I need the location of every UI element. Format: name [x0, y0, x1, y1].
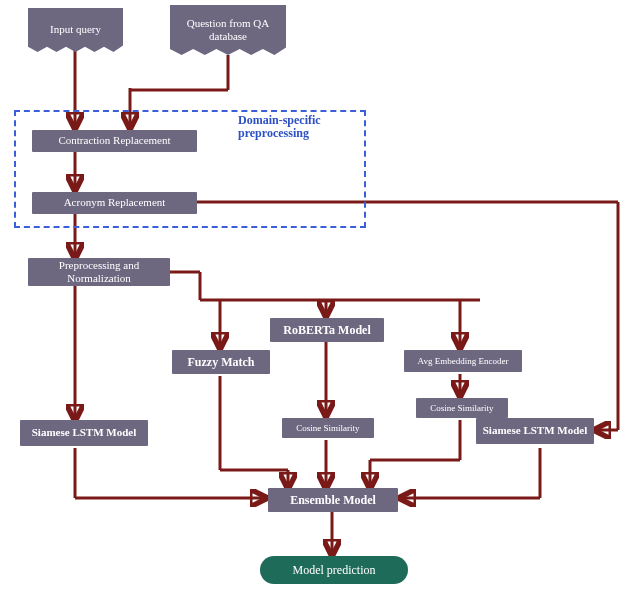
contraction-label: Contraction Replacement [58, 134, 170, 147]
siamese-left-step: Siamese LSTM Model [20, 420, 148, 446]
roberta-step: RoBERTa Model [270, 318, 384, 342]
cosine-sim-embed-label: Cosine Similarity [430, 403, 493, 414]
qa-question-doc: Question from QA database [170, 5, 286, 55]
qa-question-label: Question from QA database [176, 17, 280, 43]
cosine-sim-roberta-label: Cosine Similarity [296, 423, 359, 434]
cosine-sim-roberta-step: Cosine Similarity [282, 418, 374, 438]
siamese-right-step: Siamese LSTM Model [476, 418, 594, 444]
siamese-left-label: Siamese LSTM Model [32, 426, 137, 439]
cosine-sim-embed-step: Cosine Similarity [416, 398, 508, 418]
ensemble-label: Ensemble Model [290, 493, 376, 507]
siamese-right-label: Siamese LSTM Model [483, 424, 588, 437]
preprocessing-label: Preprocessing and Normalization [34, 259, 164, 285]
region-label-text: Domain-specific preprocessing [238, 113, 321, 140]
contraction-step: Contraction Replacement [32, 130, 197, 152]
roberta-label: RoBERTa Model [283, 323, 370, 337]
acronym-step: Acronym Replacement [32, 192, 197, 214]
fuzzy-step: Fuzzy Match [172, 350, 270, 374]
flowchart-canvas: Input query Question from QA database Do… [0, 0, 640, 601]
prediction-label: Model prediction [293, 563, 376, 578]
region-label: Domain-specific preprocessing [238, 114, 358, 140]
acronym-label: Acronym Replacement [64, 196, 166, 209]
preprocessing-step: Preprocessing and Normalization [28, 258, 170, 286]
input-query-label: Input query [50, 23, 101, 36]
avg-embed-step: Avg Embedding Encoder [404, 350, 522, 372]
input-query-doc: Input query [28, 8, 123, 52]
avg-embed-label: Avg Embedding Encoder [418, 356, 509, 367]
ensemble-step: Ensemble Model [268, 488, 398, 512]
fuzzy-label: Fuzzy Match [188, 355, 255, 369]
prediction-output: Model prediction [260, 556, 408, 584]
